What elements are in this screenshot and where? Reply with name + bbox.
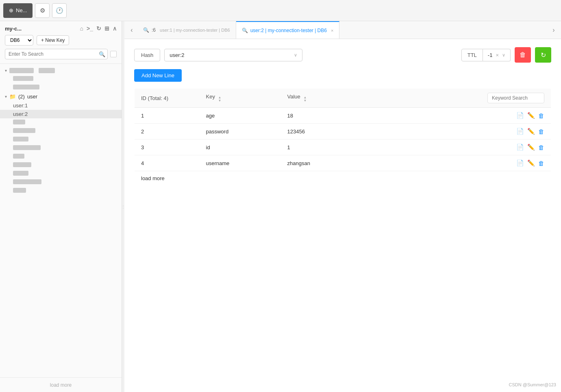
blurred-item-3[interactable] [0,118,122,127]
tree-user-group[interactable]: ▾ 📁 (2) user [0,92,122,101]
delete-key-button[interactable]: 🗑 [515,47,531,63]
add-new-line-button[interactable]: Add New Line [134,69,182,82]
content-area: ‹ 🔍 :6 user:1 | my-connection-tester | D… [124,21,561,392]
new-button[interactable]: ⊕ Ne... [3,3,33,18]
tabs-bar: ‹ 🔍 :6 user:1 | my-connection-tester | D… [124,21,561,39]
blurred-item-5[interactable] [0,135,122,144]
delete-icon-4[interactable]: 🗑 [538,160,544,167]
search-checkbox[interactable] [110,51,117,57]
search-tab-icon-1: 🔍 [143,27,149,33]
keyword-search-input[interactable] [487,93,544,103]
key-sort-arrows[interactable]: ▲▼ [218,96,222,102]
gear-button[interactable]: ⚙ [35,3,50,18]
chevron-left-icon: ‹ [130,26,133,34]
delete-icon-3[interactable]: 🗑 [538,144,544,151]
tree-blurred-group-1[interactable]: ▾ [0,66,122,75]
cell-actions-4: 📄 ✏️ 🗑 [478,155,551,171]
edit-icon-1[interactable]: ✏️ [527,112,535,119]
refresh-icon[interactable]: ↻ [96,25,101,32]
search-icon[interactable]: 🔍 [99,51,105,57]
cell-value-2: 123456 [281,124,478,139]
refresh-icon: ↻ [541,51,546,59]
clock-button[interactable]: 🕐 [52,3,67,18]
tab-user1[interactable]: 🔍 :6 user:1 | my-connection-tester | DB6 [137,21,236,39]
key-name-chevron: ∨ [294,52,297,58]
chevron-open-icon: ▾ [5,94,7,99]
ttl-value: -1 [488,52,493,58]
sidebar-footer: load more [0,377,122,392]
blurred-item-10[interactable] [0,178,122,187]
db-select[interactable]: DB6 DB0 DB1 DB2 DB3 DB4 DB5 [5,35,33,46]
collapse-icon[interactable]: ∧ [113,25,117,32]
tab-nav-prev[interactable]: ‹ [126,21,137,39]
close-tab-2[interactable]: × [331,28,333,33]
col-key: Key ▲▼ [200,89,281,108]
chevron-icon: ▾ [5,68,7,73]
edit-icon-2[interactable]: ✏️ [527,128,535,135]
search-input[interactable] [5,49,108,59]
sidebar-item-user1[interactable]: user:1 [0,101,122,110]
row-actions-3: 📄 ✏️ 🗑 [485,144,545,151]
edit-icon-4[interactable]: ✏️ [527,159,535,167]
cell-value-4: zhangsan [281,155,478,171]
main-layout: my-c... ⌂ >_ ↻ ⊞ ∧ DB6 DB0 DB1 DB2 DB3 D… [0,21,561,392]
col-keyword [478,89,551,108]
copy-icon-1[interactable]: 📄 [516,112,524,119]
refresh-key-button[interactable]: ↻ [535,47,551,63]
new-label: Ne... [16,7,27,13]
new-key-label: + New Key [41,37,65,43]
folder-icon: 📁 [9,94,16,100]
cell-key-1: age [200,108,281,124]
edit-icon-3[interactable]: ✏️ [527,144,535,151]
db-row: DB6 DB0 DB1 DB2 DB3 DB4 DB5 + New Key [5,35,117,46]
copy-icon-4[interactable]: 📄 [516,159,524,167]
copy-icon-2[interactable]: 📄 [516,128,524,135]
col-id: ID (Total: 4) [135,89,200,108]
key-name-value: user:2 [170,52,184,58]
clock-icon: 🕐 [56,7,63,14]
value-sort-arrows[interactable]: ▲▼ [303,96,307,102]
blurred-item-7[interactable] [0,152,122,161]
top-bar: ⊕ Ne... ⚙ 🕐 [0,0,561,21]
new-key-button[interactable]: + New Key [37,35,69,45]
cell-actions-1: 📄 ✏️ 🗑 [478,108,551,124]
table-row: 4 username zhangsan 📄 ✏️ 🗑 [135,155,551,171]
data-table: ID (Total: 4) Key ▲▼ Value ▲▼ [134,88,551,186]
load-more-row: load more [135,171,551,186]
sidebar: my-c... ⌂ >_ ↻ ⊞ ∧ DB6 DB0 DB1 DB2 DB3 D… [0,21,122,392]
blurred-subitem-1[interactable] [0,75,122,83]
load-more-text[interactable]: load more [141,175,165,181]
cell-value-1: 18 [281,108,478,124]
blurred-item-9[interactable] [0,170,122,178]
table-header-row: ID (Total: 4) Key ▲▼ Value ▲▼ [135,89,551,108]
sidebar-item-user2[interactable]: user:2 [0,110,122,118]
col-value: Value ▲▼ [281,89,478,108]
sidebar-load-more[interactable]: load more [50,382,72,388]
tab-nav-next[interactable]: › [548,21,559,39]
ttl-label: TTL [461,49,483,61]
delete-icon-1[interactable]: 🗑 [538,112,544,119]
terminal-icon[interactable]: >_ [87,25,93,32]
cell-actions-3: 📄 ✏️ 🗑 [478,139,551,155]
grid-icon[interactable]: ⊞ [104,25,109,32]
tab-user2[interactable]: 🔍 user:2 | my-connection-tester | DB6 × [236,21,340,39]
blurred-item-8[interactable] [0,161,122,170]
blurred-subitem-2[interactable] [0,83,122,92]
gear-icon: ⚙ [40,7,45,14]
blurred-item-6[interactable] [0,144,122,152]
copy-icon-3[interactable]: 📄 [516,144,524,151]
ttl-group: TTL -1 × ∨ [461,49,511,61]
tab1-separator: user:1 | my-connection-tester | DB6 [160,28,230,33]
tab1-label: :6 [152,27,156,33]
ttl-clear-btn[interactable]: × [496,52,499,58]
key-name-select[interactable]: user:2 ∨ [164,49,302,61]
delete-icon-2[interactable]: 🗑 [538,128,544,135]
blurred-item-11[interactable] [0,187,122,195]
ttl-chevron-btn[interactable]: ∨ [502,52,505,58]
key-type-badge: Hash [134,49,160,61]
home-icon[interactable]: ⌂ [80,25,83,32]
ttl-value-cell: -1 × ∨ [483,49,511,61]
key-header: Hash user:2 ∨ TTL -1 × ∨ 🗑 ↻ [134,47,551,63]
row-actions-1: 📄 ✏️ 🗑 [485,112,545,119]
blurred-item-4[interactable] [0,127,122,135]
